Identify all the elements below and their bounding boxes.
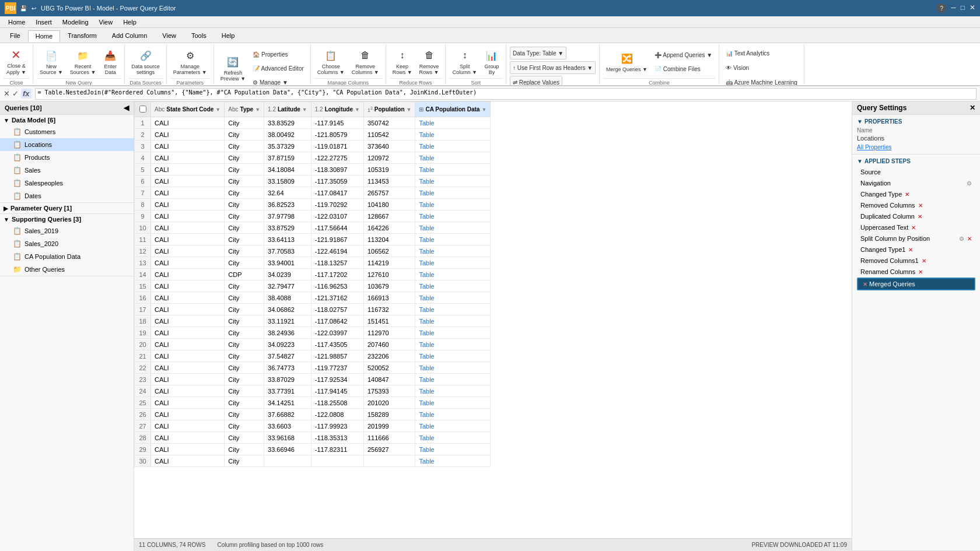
table-link[interactable]: Table [419, 458, 434, 465]
col-header-longitude[interactable]: 1.2 Longitude ▼ [311, 102, 363, 117]
table-link[interactable]: Table [419, 120, 434, 127]
applied-step-item[interactable]: Duplicated Column✕ [857, 211, 975, 222]
table-cell[interactable]: Table [415, 292, 491, 304]
step-delete-icon[interactable]: ✕ [922, 258, 926, 264]
manage-button[interactable]: ⚙ Manage ▼ [250, 76, 307, 85]
close-apply-button[interactable]: ✕ Close &Apply ▼ [4, 47, 29, 77]
query-item-sales[interactable]: 📋 Sales [0, 164, 134, 177]
remove-columns-button[interactable]: 🗑 RemoveColumns ▼ [349, 47, 382, 77]
all-properties-link[interactable]: All Properties [857, 144, 975, 150]
step-delete-icon[interactable]: ✕ [908, 247, 913, 253]
table-cell[interactable]: Table [415, 245, 491, 257]
table-link[interactable]: Table [419, 353, 434, 360]
use-first-row-button[interactable]: ↑ Use First Row as Headers ▼ [510, 61, 596, 74]
queries-collapse-button[interactable]: ◀ [124, 104, 129, 112]
query-item-sales2019[interactable]: 📋 Sales_2019 [0, 224, 134, 237]
table-link[interactable]: Table [419, 294, 434, 301]
formula-fx-icon[interactable]: fx [21, 89, 32, 99]
step-delete-icon[interactable]: ✕ [967, 236, 972, 242]
table-cell[interactable]: Table [415, 187, 491, 199]
applied-step-item[interactable]: ✕Merged Queries [857, 278, 975, 290]
combine-files-button[interactable]: 📄 Combine Files [652, 62, 715, 75]
applied-step-item[interactable]: Changed Type✕ [857, 189, 975, 199]
step-gear-icon[interactable]: ⚙ [967, 180, 972, 187]
col-header-state-short-code[interactable]: Abc State Short Code ▼ [151, 102, 225, 117]
table-cell[interactable]: Table [415, 280, 491, 292]
tab-view[interactable]: View [155, 30, 184, 41]
table-link[interactable]: Table [419, 341, 434, 348]
formula-input[interactable]: = Table.NestedJoin(#"Reordered Columns",… [35, 88, 977, 100]
formula-confirm-icon[interactable]: ✓ [12, 89, 19, 98]
properties-button[interactable]: 🏠 Properties [250, 48, 307, 61]
tab-add-column[interactable]: Add Column [104, 30, 155, 41]
split-column-button[interactable]: ↕ SplitColumn ▼ [449, 47, 480, 77]
table-cell[interactable]: Table [415, 315, 491, 327]
manage-parameters-button[interactable]: ⚙ ManageParameters ▼ [170, 47, 210, 77]
lon-filter-icon[interactable]: ▼ [355, 107, 360, 113]
table-cell[interactable]: Table [415, 210, 491, 222]
append-queries-button[interactable]: ➕ Append Queries ▼ [652, 48, 715, 61]
save-icon[interactable]: 💾 [20, 5, 27, 12]
table-cell[interactable]: Table [415, 117, 491, 129]
maximize-button[interactable]: □ [961, 3, 965, 13]
step-delete-icon[interactable]: ✕ [863, 281, 867, 287]
query-item-products[interactable]: 📋 Products [0, 151, 134, 164]
new-source-button[interactable]: 📄 NewSource ▼ [37, 47, 66, 77]
undo-icon[interactable]: ↩ [32, 5, 36, 12]
table-cell[interactable]: Table [415, 234, 491, 245]
query-item-ca-population[interactable]: 📋 CA Population Data [0, 250, 134, 263]
recent-sources-button[interactable]: 📁 RecentSources ▼ [67, 47, 99, 77]
query-item-sales2020[interactable]: 📋 Sales_2020 [0, 237, 134, 250]
table-link[interactable]: Table [419, 446, 434, 453]
step-delete-icon[interactable]: ✕ [911, 224, 916, 231]
table-link[interactable]: Table [419, 248, 434, 255]
menu-view[interactable]: View [94, 18, 118, 26]
menu-modeling[interactable]: Modeling [58, 18, 93, 26]
help-button[interactable]: ? [937, 3, 946, 13]
table-cell[interactable]: Table [415, 257, 491, 269]
table-cell[interactable]: Table [415, 397, 491, 409]
col-header-population[interactable]: 12 Population ▼ [363, 102, 415, 117]
query-group-header-parameter[interactable]: ▶ Parameter Query [1] [0, 203, 134, 213]
table-link[interactable]: Table [419, 423, 434, 430]
table-link[interactable]: Table [419, 318, 434, 325]
applied-step-item[interactable]: Source [857, 167, 975, 177]
col-header-type[interactable]: Abc Type ▼ [225, 102, 264, 117]
table-link[interactable]: Table [419, 224, 434, 231]
table-cell[interactable]: Table [415, 420, 491, 432]
table-cell[interactable]: Table [415, 141, 491, 152]
azure-ml-button[interactable]: 🤖 Azure Machine Learning [723, 76, 800, 85]
table-link[interactable]: Table [419, 201, 434, 208]
tab-help[interactable]: Help [214, 30, 243, 41]
settings-close-button[interactable]: ✕ [970, 104, 975, 112]
text-analytics-button[interactable]: 📊 Text Analytics [723, 47, 772, 59]
table-link[interactable]: Table [419, 178, 434, 185]
pop-filter-icon[interactable]: ▼ [407, 107, 412, 113]
applied-step-item[interactable]: Navigation⚙ [857, 178, 975, 188]
table-link[interactable]: Table [419, 388, 434, 395]
query-item-salespeoples[interactable]: 📋 Salespeoples [0, 177, 134, 189]
applied-step-item[interactable]: Renamed Columns✕ [857, 266, 975, 277]
table-cell[interactable]: Table [415, 222, 491, 234]
query-item-other-queries[interactable]: 📁 Other Queries [0, 263, 134, 276]
table-cell[interactable]: Table [415, 269, 491, 280]
query-group-header-data-model[interactable]: ▼ Data Model [6] [0, 115, 134, 125]
advanced-editor-button[interactable]: 📝 Advanced Editor [250, 62, 307, 75]
table-cell[interactable]: Table [415, 304, 491, 315]
table-link[interactable]: Table [419, 271, 434, 278]
table-cell[interactable]: Table [415, 362, 491, 374]
group-by-button[interactable]: 📊 GroupBy [481, 47, 502, 77]
refresh-preview-button[interactable]: 🔄 RefreshPreview ▼ [218, 53, 249, 83]
merge-queries-button[interactable]: 🔀 Merge Queries ▼ [603, 47, 650, 77]
menu-insert[interactable]: Insert [31, 18, 57, 26]
table-cell[interactable]: Table [415, 350, 491, 362]
formula-cancel-icon[interactable]: ✕ [4, 89, 10, 98]
table-link[interactable]: Table [419, 399, 434, 406]
data-source-settings-button[interactable]: 🔗 Data sourcesettings [128, 47, 163, 77]
table-cell[interactable]: Table [415, 199, 491, 210]
table-link[interactable]: Table [419, 143, 434, 150]
table-link[interactable]: Table [419, 189, 434, 196]
tab-home[interactable]: Home [28, 30, 60, 42]
select-all-checkbox[interactable] [139, 106, 146, 113]
applied-step-item[interactable]: Changed Type1✕ [857, 244, 975, 255]
